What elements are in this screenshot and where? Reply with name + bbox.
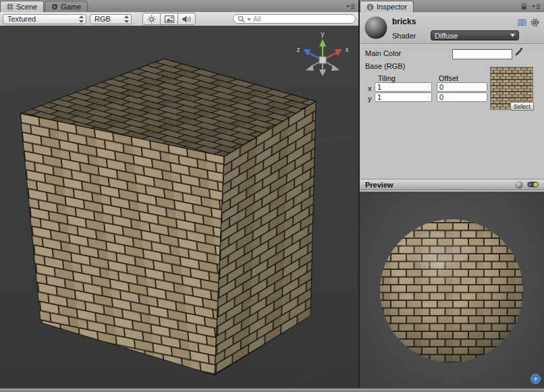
offset-header: Offset bbox=[439, 74, 458, 82]
tab-scene[interactable]: Scene bbox=[0, 1, 44, 12]
info-icon bbox=[366, 3, 374, 11]
shader-value: Diffuse bbox=[435, 32, 458, 40]
settings-gear-icon[interactable] bbox=[531, 18, 539, 27]
help-book-icon[interactable] bbox=[518, 19, 526, 26]
tab-scene-label: Scene bbox=[16, 3, 37, 11]
scene-panel: Scene Game Textured RGB bbox=[0, 0, 358, 389]
material-name: bricks bbox=[392, 17, 416, 26]
gizmo-z-label: z bbox=[297, 46, 300, 53]
preview-add-button[interactable]: + bbox=[531, 374, 541, 384]
tab-inspector-label: Inspector bbox=[377, 3, 407, 11]
audio-toggle-button[interactable] bbox=[178, 13, 196, 25]
image-icon bbox=[165, 16, 174, 23]
search-filter-caret-icon bbox=[247, 18, 251, 21]
material-header-icons bbox=[518, 18, 539, 27]
window-bottom-edge bbox=[0, 388, 544, 392]
material-preview-icon bbox=[364, 16, 388, 43]
updown-arrows-icon bbox=[79, 16, 84, 23]
search-input[interactable] bbox=[253, 15, 351, 23]
axis-y-label: y bbox=[368, 94, 372, 103]
tiling-x-input[interactable] bbox=[375, 82, 432, 92]
shader-dropdown[interactable]: Diffuse bbox=[431, 30, 519, 40]
tiling-header: Tiling bbox=[378, 74, 396, 82]
color-mode-value: RGB bbox=[94, 15, 111, 23]
main-color-swatch[interactable] bbox=[452, 49, 512, 59]
preview-area[interactable]: + bbox=[360, 192, 544, 389]
shader-label: Shader bbox=[392, 32, 416, 40]
grid-icon bbox=[7, 3, 13, 10]
inspector-lock-icon[interactable] bbox=[519, 2, 528, 11]
eyedropper-icon[interactable] bbox=[514, 47, 524, 59]
scene-panel-menu-icon[interactable] bbox=[343, 2, 356, 11]
base-rgb-label: Base (RGB) bbox=[365, 62, 405, 70]
tab-game[interactable]: Game bbox=[45, 1, 88, 12]
material-header: bricks Shader Diffuse bbox=[360, 12, 544, 44]
tab-inspector[interactable]: Inspector bbox=[360, 1, 414, 12]
draw-mode-value: Textured bbox=[7, 15, 36, 23]
effects-toggle-button[interactable] bbox=[160, 13, 178, 25]
speaker-icon bbox=[182, 16, 191, 23]
preview-model-icon[interactable] bbox=[515, 181, 523, 189]
brick-cube[interactable] bbox=[20, 59, 316, 375]
lighting-toggle-button[interactable] bbox=[142, 13, 161, 25]
preview-title: Preview bbox=[365, 181, 393, 189]
offset-x-input[interactable] bbox=[437, 82, 487, 92]
preview-light-toggle-icon[interactable] bbox=[527, 181, 539, 188]
main-color-label: Main Color bbox=[365, 49, 401, 57]
preview-sphere[interactable] bbox=[360, 192, 544, 389]
scene-search-field[interactable] bbox=[233, 14, 356, 24]
offset-y-input[interactable] bbox=[437, 92, 487, 102]
axis-x-label: x bbox=[368, 84, 372, 92]
gizmo-y-label: y bbox=[321, 30, 325, 38]
game-icon bbox=[51, 3, 58, 10]
sun-icon bbox=[147, 15, 156, 24]
select-texture-button[interactable]: Select bbox=[510, 102, 534, 111]
chevron-down-icon bbox=[510, 34, 515, 37]
gizmo-x-label: x bbox=[346, 46, 349, 53]
scene-tabbar: Scene Game bbox=[0, 0, 358, 13]
preview-header[interactable]: Preview bbox=[360, 179, 544, 190]
tab-game-label: Game bbox=[61, 3, 81, 11]
preview-header-icons bbox=[515, 181, 539, 189]
inspector-panel: Inspector bricks Shader Diffuse bbox=[360, 0, 544, 389]
updown-arrows-icon bbox=[124, 16, 129, 23]
search-icon bbox=[238, 16, 245, 23]
inspector-panel-menu-icon[interactable] bbox=[528, 2, 542, 11]
scene-toolbar: Textured RGB bbox=[0, 12, 358, 26]
tiling-y-input[interactable] bbox=[375, 92, 432, 102]
scene-viewport[interactable]: y x z bbox=[0, 27, 358, 389]
gizmo-center-cube[interactable] bbox=[319, 57, 326, 63]
preview-section: Preview bbox=[360, 179, 544, 389]
color-mode-dropdown[interactable]: RGB bbox=[90, 14, 132, 24]
draw-mode-dropdown[interactable]: Textured bbox=[3, 14, 86, 24]
scene-toggle-group bbox=[142, 13, 196, 25]
inspector-tabbar: Inspector bbox=[360, 0, 544, 13]
